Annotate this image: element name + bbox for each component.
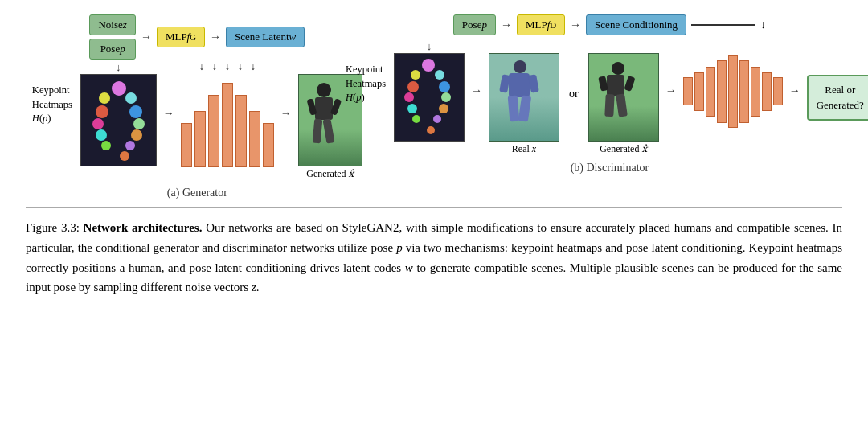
figure-container: Noise z Pose p → MLP fG → Scene Latent w… xyxy=(26,14,842,298)
disc-bar xyxy=(717,60,727,123)
spacer xyxy=(329,61,331,74)
nn-bar xyxy=(235,95,247,167)
pose-p-disc-box: Pose p xyxy=(453,14,496,35)
arrow-heatmap-to-nn: → xyxy=(163,107,174,120)
arrow-nn-to-result: → xyxy=(789,84,800,97)
keypoint-label-gen: Keypoint Heatmaps H(p) xyxy=(32,84,72,126)
gen-heatmap-col: ↓ xyxy=(80,61,157,166)
nn-bar xyxy=(249,111,260,167)
generator-diagram: Noise z Pose p → MLP fG → Scene Latent w… xyxy=(26,14,369,199)
scene-latent-arrows: ↓ ↓ ↓ ↓ ↓ xyxy=(199,61,256,73)
nn-bar xyxy=(194,111,206,167)
figure-divider xyxy=(26,207,842,208)
arrow-imgs-to-nn: → xyxy=(665,84,677,97)
arrow-disc-heatmap-to-imgs: → xyxy=(471,84,482,97)
figure-bold-title: Network architectures. xyxy=(84,221,203,234)
arrow-nn-to-output: → xyxy=(280,107,292,120)
mlp-fg-box: MLP fG xyxy=(157,27,205,47)
disc-heatmap-col: ↓ xyxy=(394,40,465,142)
disc-bar xyxy=(739,60,749,123)
down-arrow-disc: ↓ xyxy=(427,40,432,53)
arrow-2: → xyxy=(210,31,221,43)
diagrams-row: Noise z Pose p → MLP fG → Scene Latent w… xyxy=(26,14,842,199)
disc-real-img xyxy=(489,53,559,142)
disc-gen-img xyxy=(588,53,659,142)
nn-bar xyxy=(263,123,274,167)
disc-real-col: Real x xyxy=(489,40,559,155)
disc-bar xyxy=(683,77,693,105)
nn-bar xyxy=(208,95,219,167)
pose-p-box: Pose p xyxy=(89,39,135,60)
gen-nn-col: ↓ ↓ ↓ ↓ ↓ xyxy=(181,61,274,167)
disc-gen-col: Generated x̂ xyxy=(588,40,659,155)
figure-number: Figure 3.3: xyxy=(26,221,80,234)
gen-heatmap-img xyxy=(80,74,157,166)
down-arrow-gen: ↓ xyxy=(116,61,121,74)
noise-z-box: Noise z xyxy=(89,14,135,35)
disc-bar xyxy=(751,67,760,117)
disc-arrow-1: → xyxy=(501,18,512,31)
disc-arrow-2: → xyxy=(570,18,581,31)
disc-nn-col xyxy=(683,45,783,138)
generator-inputs: Noise z Pose p xyxy=(89,14,135,60)
scene-cond-line xyxy=(691,24,755,26)
gen-output-label: Generated x̂ xyxy=(306,168,354,180)
disc-nn-bars xyxy=(683,45,783,138)
nn-bar xyxy=(222,83,233,167)
gen-nn-bars xyxy=(181,75,274,167)
figure-caption: Figure 3.3: Network architectures. Our n… xyxy=(26,218,842,298)
generator-caption: (a) Generator xyxy=(167,187,227,199)
disc-heatmap-img xyxy=(394,53,465,142)
disc-real-label: Real x xyxy=(512,143,536,155)
or-text: or xyxy=(569,88,579,101)
disc-gen-label: Generated x̂ xyxy=(600,143,647,155)
disc-bar xyxy=(773,77,783,105)
arrow-1: → xyxy=(141,31,152,43)
discriminator-diagram: Pose p → MLP fD → Scene Conditioning ↓ K… xyxy=(377,14,842,174)
mlp-fd-box: MLP fD xyxy=(517,14,565,35)
disc-bar xyxy=(762,72,772,111)
disc-bar xyxy=(728,55,738,128)
keypoint-label-disc: Keypoint Heatmaps H(p) xyxy=(346,63,386,105)
discriminator-caption: (b) Discriminator xyxy=(571,162,649,174)
result-box: Real or Generated? xyxy=(807,75,868,120)
scene-conditioning-box: Scene Conditioning xyxy=(586,14,686,35)
disc-content: Keypoint Heatmaps H(p) ↓ xyxy=(346,40,868,155)
disc-bar xyxy=(706,67,715,117)
nn-bar xyxy=(181,123,192,167)
generator-content: Keypoint Heatmaps H(p) ↓ xyxy=(32,61,362,180)
disc-bar xyxy=(694,72,704,111)
disc-arrow-3: ↓ xyxy=(760,18,766,31)
scene-latent-box: Scene Latent w xyxy=(226,27,305,47)
